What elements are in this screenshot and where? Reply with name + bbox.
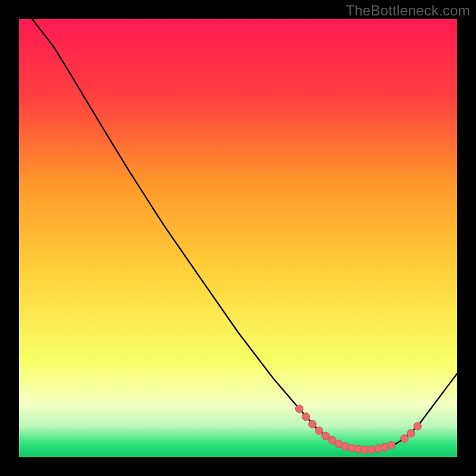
curve-dot [400, 435, 408, 443]
curve-dot [302, 413, 310, 421]
watermark-text: TheBottleneck.com [346, 2, 470, 19]
plot-area [19, 19, 457, 457]
curve-dot [414, 422, 421, 430]
curve-dot [309, 420, 317, 428]
curve-dot [387, 441, 395, 449]
curve-dot [315, 427, 323, 434]
gradient-curve-chart [19, 19, 457, 457]
curve-dot [407, 430, 415, 437]
chart-frame: TheBottleneck.com [0, 0, 476, 476]
gradient-background [19, 19, 457, 457]
curve-dot [296, 405, 303, 413]
curve-dot [322, 432, 330, 440]
